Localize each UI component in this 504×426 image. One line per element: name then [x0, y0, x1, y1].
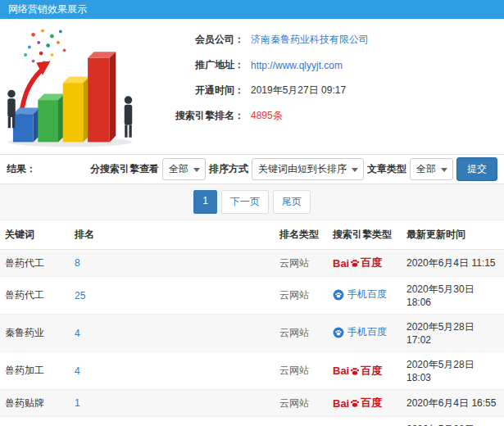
page-title: 网络营销效果展示 — [8, 3, 87, 15]
keyword-cell: 口罩贴牌 — [0, 417, 70, 426]
updated-cell: 2020年5月30日 18:06 — [402, 277, 504, 315]
updated-cell: 2020年6月4日 16:55 — [402, 390, 504, 417]
open-time-value: 2019年5月27日 09:17 — [251, 84, 346, 97]
table-row: 兽药代工 8 云网站 Bai百度 2020年6月4日 11:15 — [0, 250, 504, 277]
titlebar: 网络营销效果展示 — [0, 0, 504, 19]
col-header-updated: 最新更新时间 — [402, 220, 504, 250]
pagination-band: 1 下一页 尾页 — [0, 184, 504, 220]
rank-link[interactable]: 25 — [75, 290, 85, 301]
engine-filter-label: 分搜索引擎查看 — [90, 162, 159, 176]
engine-cell: 手机百度 — [328, 277, 402, 315]
top-section: 会员公司： 济南秦鲁药业科技有限公司 推广地址： http://www.qlyy… — [0, 19, 504, 154]
keyword-cell: 兽药代工 — [0, 250, 70, 277]
col-header-rank-type: 排名类型 — [275, 220, 328, 250]
table-row: 兽药贴牌 1 云网站 Bai百度 2020年6月4日 16:55 — [0, 390, 504, 417]
engine-cell: Bai百度 — [328, 352, 402, 390]
rank-link[interactable]: 8 — [75, 257, 80, 269]
rank-type-cell: 云网站 — [275, 417, 328, 426]
baidu-paw-icon — [350, 258, 360, 268]
info-row-rank-count: 搜索引擎排名： 4895条 — [148, 103, 504, 129]
updated-cell: 2020年6月4日 11:15 — [402, 250, 504, 277]
rank-link[interactable]: 4 — [75, 328, 80, 339]
article-type-select[interactable]: 全部 — [410, 158, 453, 180]
submit-button[interactable]: 提交 — [456, 157, 497, 181]
baidu-paw-icon — [350, 366, 360, 376]
chart-illustration — [0, 19, 148, 154]
rank-type-cell: 云网站 — [275, 352, 328, 390]
page-1-button[interactable]: 1 — [193, 190, 217, 214]
updated-cell: 2020年5月28日 16:55 — [402, 417, 504, 426]
company-link[interactable]: 济南秦鲁药业科技有限公司 — [251, 33, 369, 47]
engine-cell: 手机百度 — [328, 315, 402, 352]
mobile-baidu-logo: 手机百度 — [333, 325, 387, 339]
keyword-cell: 秦鲁药业 — [0, 315, 70, 352]
promo-url-link[interactable]: http://www.qlyyjt.com — [251, 60, 343, 71]
baidu-logo: Bai百度 — [333, 364, 382, 378]
col-header-keyword: 关键词 — [0, 220, 70, 250]
mobile-baidu-icon — [333, 327, 344, 338]
table-row: 口罩贴牌 29 云网站 手机百度 2020年5月28日 16:55 — [0, 417, 504, 426]
table-header-row: 关键词 排名 排名类型 搜索引擎类型 最新更新时间 — [0, 220, 504, 250]
company-label: 会员公司： — [148, 33, 244, 47]
info-row-url: 推广地址： http://www.qlyyjt.com — [148, 52, 504, 78]
rank-type-cell: 云网站 — [275, 315, 328, 352]
account-info: 会员公司： 济南秦鲁药业科技有限公司 推广地址： http://www.qlyy… — [148, 19, 504, 154]
filter-controls: 分搜索引擎查看 全部 排序方式 关键词由短到长排序 文章类型 全部 提交 — [90, 157, 497, 181]
rank-count-value: 4895条 — [251, 109, 283, 123]
col-header-rank: 排名 — [70, 220, 275, 250]
sort-filter-select[interactable]: 关键词由短到长排序 — [252, 158, 364, 180]
rank-link[interactable]: 1 — [75, 397, 80, 409]
open-time-label: 开通时间： — [148, 84, 244, 97]
next-page-button[interactable]: 下一页 — [221, 190, 269, 214]
filter-bar: 结果： 分搜索引擎查看 全部 排序方式 关键词由短到长排序 文章类型 全部 提交 — [0, 154, 504, 184]
info-row-open-time: 开通时间： 2019年5月27日 09:17 — [148, 78, 504, 103]
result-label: 结果： — [7, 162, 36, 176]
col-header-engine-type: 搜索引擎类型 — [328, 220, 402, 250]
mobile-baidu-logo: 手机百度 — [333, 288, 387, 301]
bar-chart-clipart-icon — [3, 24, 144, 148]
baidu-logo: Bai百度 — [333, 256, 382, 270]
pagination: 1 下一页 尾页 — [193, 190, 311, 214]
rank-link[interactable]: 4 — [75, 365, 80, 377]
sort-filter-label: 排序方式 — [209, 162, 248, 176]
article-type-label: 文章类型 — [367, 162, 406, 176]
rank-type-cell: 云网站 — [275, 277, 328, 315]
engine-filter-select[interactable]: 全部 — [162, 158, 206, 180]
updated-cell: 2020年5月28日 18:03 — [402, 352, 504, 390]
engine-cell: Bai百度 — [328, 390, 402, 417]
baidu-logo: Bai百度 — [333, 396, 382, 410]
table-row: 兽药加工 4 云网站 Bai百度 2020年5月28日 18:03 — [0, 352, 504, 390]
rank-type-cell: 云网站 — [275, 250, 328, 277]
info-row-company: 会员公司： 济南秦鲁药业科技有限公司 — [148, 27, 504, 52]
engine-cell: Bai百度 — [328, 250, 402, 277]
keyword-cell: 兽药代工 — [0, 277, 70, 315]
table-row: 兽药代工 25 云网站 手机百度 2020年5月30日 18:06 — [0, 277, 504, 315]
keywords-table: 关键词 排名 排名类型 搜索引擎类型 最新更新时间 兽药代工 8 云网站 Bai… — [0, 220, 504, 426]
table-body: 兽药代工 8 云网站 Bai百度 2020年6月4日 11:15 兽药代工 25… — [0, 250, 504, 426]
marketing-report-page: 网络营销效果展示 — [0, 0, 504, 426]
keyword-cell: 兽药加工 — [0, 352, 70, 390]
rank-count-label: 搜索引擎排名： — [148, 109, 244, 123]
rank-type-cell: 云网站 — [275, 390, 328, 417]
baidu-paw-icon — [350, 398, 360, 408]
engine-cell: 手机百度 — [328, 417, 402, 426]
last-page-button[interactable]: 尾页 — [273, 190, 311, 214]
keyword-cell: 兽药贴牌 — [0, 390, 70, 417]
promo-url-label: 推广地址： — [148, 58, 244, 72]
table-row: 秦鲁药业 4 云网站 手机百度 2020年5月28日 17:02 — [0, 315, 504, 352]
mobile-baidu-icon — [333, 289, 344, 301]
updated-cell: 2020年5月28日 17:02 — [402, 315, 504, 352]
